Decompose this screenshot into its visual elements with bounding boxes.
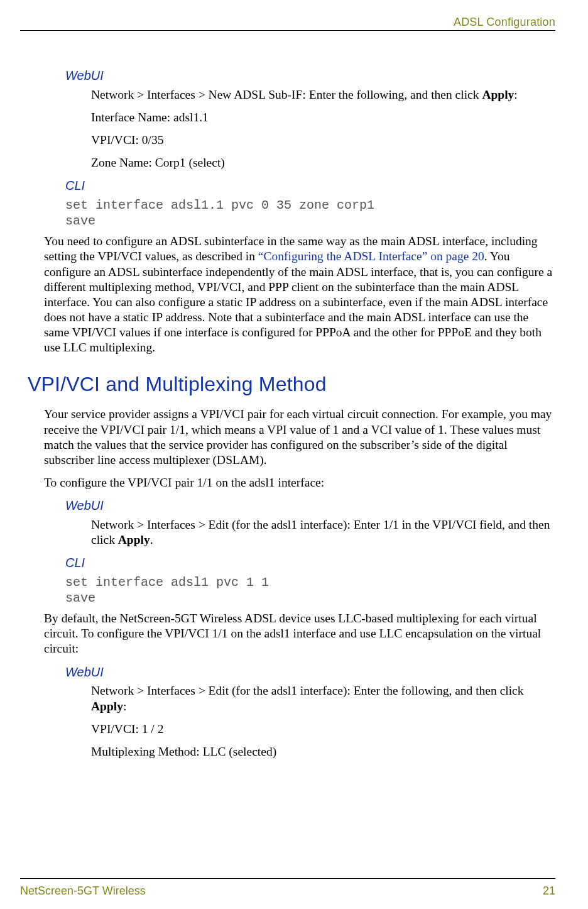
apply-bold-2: Apply (118, 533, 150, 546)
apply-bold-3: Apply (91, 700, 123, 713)
page: ADSL Configuration WebUI Network > Inter… (0, 0, 588, 909)
header-section-title: ADSL Configuration (454, 15, 555, 29)
webui-instruction-1a: Network > Interfaces > New ADSL Sub-IF: … (91, 88, 482, 101)
header-rule (20, 30, 555, 31)
interface-name-line: Interface Name: adsl1.1 (91, 110, 555, 125)
configure-vpi-vci-intro: To configure the VPI/VCI pair 1/1 on the… (44, 475, 555, 490)
webui-instruction-3c: : (123, 700, 126, 713)
cli-label-1: CLI (65, 178, 555, 194)
webui-label-2: WebUI (65, 498, 555, 514)
cli-block-1: set interface adsl1.1 pvc 0 35 zone corp… (65, 197, 555, 229)
webui-instruction-3: Network > Interfaces > Edit (for the ads… (91, 683, 555, 713)
webui-instruction-2c: . (150, 533, 153, 546)
subinterface-paragraph: You need to configure an ADSL subinterfa… (44, 234, 555, 355)
cli-label-2: CLI (65, 555, 555, 571)
footer-rule (20, 878, 555, 879)
vpi-vci-line-2: VPI/VCI: 1 / 2 (91, 722, 555, 737)
webui-label-1: WebUI (65, 68, 555, 84)
apply-bold-1: Apply (482, 88, 514, 101)
webui-instruction-3a: Network > Interfaces > Edit (for the ads… (91, 684, 524, 697)
webui-instruction-2a: Network > Interfaces > Edit (for the ads… (91, 518, 550, 546)
subinterface-text-b: . You configure an ADSL subinterface ind… (44, 250, 552, 354)
webui-instruction-1c: : (514, 88, 517, 101)
footer-product: NetScreen-5GT Wireless (20, 884, 146, 898)
cli-block-2: set interface adsl1 pvc 1 1 save (65, 575, 555, 606)
multiplexing-method-line: Multiplexing Method: LLC (selected) (91, 744, 555, 759)
webui-instruction-1: Network > Interfaces > New ADSL Sub-IF: … (91, 87, 555, 102)
configuring-adsl-link[interactable]: “Configuring the ADSL Interface” on page… (258, 250, 484, 263)
footer-page-number: 21 (543, 884, 555, 898)
webui-instruction-2: Network > Interfaces > Edit (for the ads… (91, 517, 555, 548)
page-content: WebUI Network > Interfaces > New ADSL Su… (44, 68, 555, 767)
vpi-vci-line-1: VPI/VCI: 0/35 (91, 133, 555, 148)
llc-default-paragraph: By default, the NetScreen-5GT Wireless A… (44, 611, 555, 657)
webui-label-3: WebUI (65, 664, 555, 680)
zone-name-line: Zone Name: Corp1 (select) (91, 155, 555, 170)
section-heading-vpi-vci: VPI/VCI and Multiplexing Method (28, 372, 555, 397)
vpi-vci-intro-paragraph: Your service provider assigns a VPI/VCI … (44, 407, 555, 468)
